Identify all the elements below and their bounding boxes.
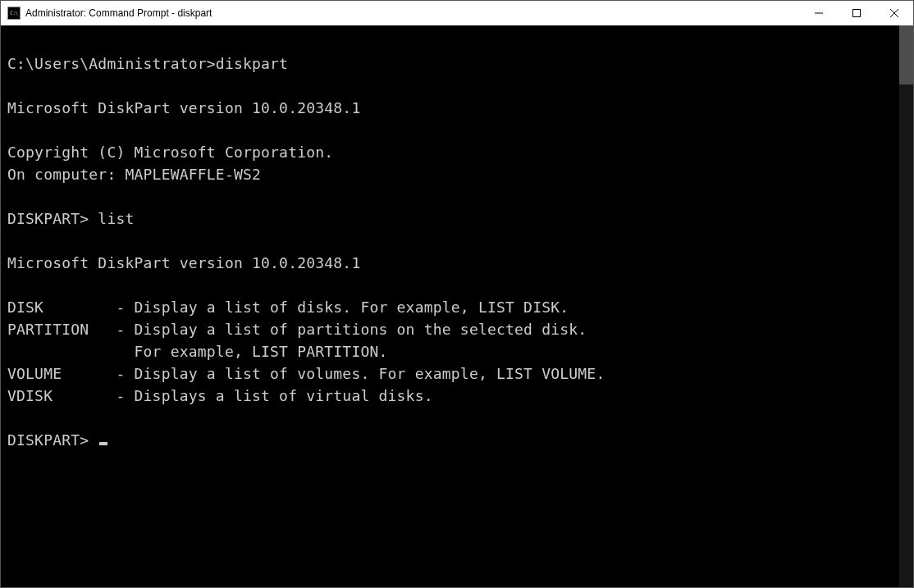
minimize-button[interactable]: [800, 1, 838, 25]
cmd-icon-glyph: C:\: [10, 11, 17, 16]
terminal-line: Microsoft DiskPart version 10.0.20348.1: [7, 254, 360, 271]
terminal-line: Copyright (C) Microsoft Corporation.: [7, 144, 333, 161]
client-area: C:\Users\Administrator>diskpart Microsof…: [1, 25, 913, 587]
cmd-icon: C:\: [7, 7, 21, 20]
app-window: C:\ Administrator: Command Prompt - disk…: [0, 0, 914, 588]
svg-rect-1: [853, 10, 861, 17]
terminal-line: C:\Users\Administrator>diskpart: [7, 55, 288, 72]
window-title: Administrator: Command Prompt - diskpart: [25, 7, 800, 19]
close-icon: [890, 9, 898, 17]
close-button[interactable]: [875, 1, 913, 25]
vertical-scrollbar[interactable]: [899, 25, 913, 587]
maximize-button[interactable]: [838, 1, 875, 25]
maximize-icon: [852, 9, 861, 17]
titlebar[interactable]: C:\ Administrator: Command Prompt - disk…: [1, 1, 913, 25]
terminal-line: VDISK - Displays a list of virtual disks…: [7, 387, 433, 404]
window-controls: [800, 1, 913, 25]
minimize-icon: [815, 9, 823, 17]
terminal-line: On computer: MAPLEWAFFLE-WS2: [7, 166, 261, 183]
terminal-line: PARTITION - Display a list of partitions…: [7, 321, 587, 338]
terminal-line: For example, LIST PARTITION.: [7, 343, 388, 360]
terminal-line: DISKPART> list: [7, 210, 135, 227]
scrollbar-thumb[interactable]: [899, 25, 913, 84]
terminal-line: DISK - Display a list of disks. For exam…: [7, 299, 569, 316]
terminal-cursor: [99, 442, 107, 445]
terminal-output[interactable]: C:\Users\Administrator>diskpart Microsof…: [1, 25, 899, 587]
terminal-line: DISKPART>: [7, 431, 98, 449]
terminal-line: Microsoft DiskPart version 10.0.20348.1: [7, 99, 360, 116]
terminal-line: VOLUME - Display a list of volumes. For …: [7, 365, 605, 382]
